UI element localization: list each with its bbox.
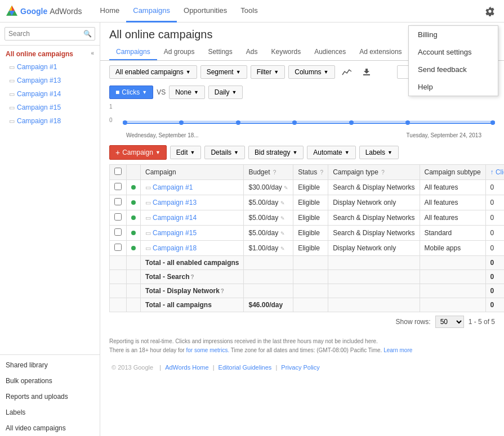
th-clicks[interactable]: ↑ Clicks ? xyxy=(485,165,504,180)
footer-privacy-policy-link[interactable]: Privacy Policy xyxy=(281,364,319,371)
th-budget[interactable]: Budget ? xyxy=(244,165,293,180)
edit-btn[interactable]: Edit ▼ xyxy=(170,146,202,159)
none-btn[interactable]: None ▼ xyxy=(169,86,205,99)
total-label-2: Total - Display Network? xyxy=(141,284,244,298)
sidebar-bottom-item-4[interactable]: All video campaigns xyxy=(0,420,100,436)
add-campaign-btn[interactable]: + Campaign ▼ xyxy=(109,145,167,160)
row-checkbox-0[interactable] xyxy=(114,183,122,190)
budget-edit-icon-3[interactable]: ✎ xyxy=(280,231,285,236)
tab-ad-extensions[interactable]: Ad extensions xyxy=(353,44,408,60)
chart-svg xyxy=(123,106,495,122)
clicks-arrow-icon: ▼ xyxy=(142,89,147,95)
campaign-link-0[interactable]: Campaign #1 xyxy=(153,183,193,191)
dropdown-send-feedback[interactable]: Send feedback xyxy=(409,61,498,78)
tab-ads[interactable]: Ads xyxy=(239,44,265,60)
clicks-cell-2: 0 xyxy=(485,210,504,226)
sidebar-campaign-5[interactable]: ▭Campaign #18 xyxy=(0,114,100,128)
tab-campaigns[interactable]: Campaigns xyxy=(109,44,157,60)
campaign-link-4[interactable]: Campaign #18 xyxy=(153,244,197,252)
clicks-chart-btn[interactable]: ■ Clicks ▼ xyxy=(109,86,153,99)
footer-adwords-home-link[interactable]: AdWords Home xyxy=(165,364,208,371)
tab-audiences[interactable]: Audiences xyxy=(307,44,353,60)
footer-learn-more-link[interactable]: Learn more xyxy=(383,347,412,353)
th-campaign-subtype[interactable]: Campaign subtype xyxy=(420,165,485,180)
filter-btn[interactable]: Filter ▼ xyxy=(251,65,286,79)
sidebar-campaign-4[interactable]: ▭Campaign #15 xyxy=(0,101,100,114)
budget-edit-icon-2[interactable]: ✎ xyxy=(280,215,285,221)
daily-btn[interactable]: Daily ▼ xyxy=(208,86,243,99)
download-icon-btn[interactable] xyxy=(359,66,374,78)
sidebar-campaign-3[interactable]: ▭Campaign #14 xyxy=(0,87,100,101)
status-dot-1 xyxy=(131,200,136,205)
campaign-type-cell-1: Display Network only xyxy=(328,195,420,210)
campaign-type-help-icon[interactable]: ? xyxy=(381,169,385,176)
budget-edit-icon-1[interactable]: ✎ xyxy=(280,200,285,206)
total-help-icon-1[interactable]: ? xyxy=(190,274,194,280)
campaign-subtype-cell-1: All features xyxy=(420,195,485,210)
total-help-icon-2[interactable]: ? xyxy=(221,288,224,294)
line-chart-icon-btn[interactable] xyxy=(338,66,355,78)
bid-strategy-btn[interactable]: Bid strategy ▼ xyxy=(248,146,304,159)
row-checkbox-2[interactable] xyxy=(114,213,122,221)
sidebar-campaign-1[interactable]: ▭Campaign #1 xyxy=(0,60,100,74)
nav-home[interactable]: Home xyxy=(93,0,127,23)
budget-edit-icon-4[interactable]: ✎ xyxy=(280,246,285,251)
total-label-0: Total - all enabled campaigns xyxy=(141,256,244,270)
campaign-type-cell-4: Display Network only xyxy=(328,241,420,256)
segment-btn[interactable]: Segment ▼ xyxy=(200,65,247,79)
th-checkbox xyxy=(110,165,127,180)
nav-tools[interactable]: Tools xyxy=(234,0,264,23)
sidebar-bottom-item-1[interactable]: Bulk operations xyxy=(0,373,100,389)
columns-btn[interactable]: Columns ▼ xyxy=(288,65,334,79)
th-campaign-type[interactable]: Campaign type ? xyxy=(328,165,420,180)
top-nav: Google AdWords Home Campaigns Opportunit… xyxy=(0,0,504,23)
nav-links: Home Campaigns Opportunities Tools xyxy=(93,0,265,23)
budget-help-icon[interactable]: ? xyxy=(273,169,276,176)
row-checkbox-4[interactable] xyxy=(114,244,122,251)
rows-per-page-select[interactable]: 50 10 25 100 xyxy=(435,316,464,328)
sidebar-bottom-item-2[interactable]: Reports and uploads xyxy=(0,389,100,404)
details-btn[interactable]: Details ▼ xyxy=(204,146,245,159)
nav-opportunities[interactable]: Opportunities xyxy=(177,0,234,23)
sidebar-bottom-item-0[interactable]: Shared library xyxy=(0,357,100,373)
sidebar-bottom-item-3[interactable]: Labels xyxy=(0,404,100,420)
filter-arrow-icon: ▼ xyxy=(186,69,191,75)
timeline-dot-7 xyxy=(490,120,495,125)
dropdown-billing[interactable]: Billing xyxy=(409,26,498,43)
nav-campaigns[interactable]: Campaigns xyxy=(126,0,177,23)
th-status[interactable]: Status ? xyxy=(293,165,328,180)
campaign-link-1[interactable]: Campaign #13 xyxy=(153,199,197,206)
select-all-checkbox[interactable] xyxy=(114,168,122,175)
total-row: Total - Display Network? 0 $0.00 0.0 xyxy=(110,284,505,298)
sidebar-collapse-btn[interactable]: « xyxy=(91,50,94,56)
labels-btn[interactable]: Labels ▼ xyxy=(359,146,399,159)
footer-copyright: © 2013 Google xyxy=(111,364,153,371)
budget-edit-icon-0[interactable]: ✎ xyxy=(284,185,288,191)
status-cell-3: Eligible xyxy=(293,226,328,241)
campaign-link-3[interactable]: Campaign #15 xyxy=(153,229,197,237)
automate-btn[interactable]: Automate ▼ xyxy=(307,146,355,159)
footer-editorial-guidelines-link[interactable]: Editorial Guidelines xyxy=(218,364,272,371)
tab-keywords[interactable]: Keywords xyxy=(264,44,307,60)
th-campaign[interactable]: Campaign xyxy=(141,165,244,180)
sidebar-all-campaigns[interactable]: All online campaigns « xyxy=(0,46,100,60)
row-checkbox-3[interactable] xyxy=(114,228,122,236)
chart-y-label: 1 xyxy=(109,104,113,110)
tab-settings[interactable]: Settings xyxy=(201,44,239,60)
filter-campaigns-btn[interactable]: All enabled campaigns ▼ xyxy=(109,65,197,79)
daily-arrow-icon: ▼ xyxy=(231,89,237,95)
folder-icon: ▭ xyxy=(145,230,151,236)
folder-icon: ▭ xyxy=(145,184,151,191)
timeline-dot-5 xyxy=(349,120,354,125)
dropdown-account-settings[interactable]: Account settings xyxy=(409,43,498,61)
logo-icon xyxy=(6,5,18,17)
footer-some-metrics-link[interactable]: for some metrics. xyxy=(186,347,229,353)
campaign-link-2[interactable]: Campaign #14 xyxy=(153,214,197,222)
status-help-icon[interactable]: ? xyxy=(320,169,324,176)
sidebar-campaign-2[interactable]: ▭Campaign #13 xyxy=(0,74,100,87)
gear-button[interactable] xyxy=(481,3,498,20)
sidebar-search-input[interactable] xyxy=(5,27,95,41)
dropdown-help[interactable]: Help xyxy=(409,78,498,96)
tab-ad-groups[interactable]: Ad groups xyxy=(157,44,202,60)
row-checkbox-1[interactable] xyxy=(114,198,122,205)
